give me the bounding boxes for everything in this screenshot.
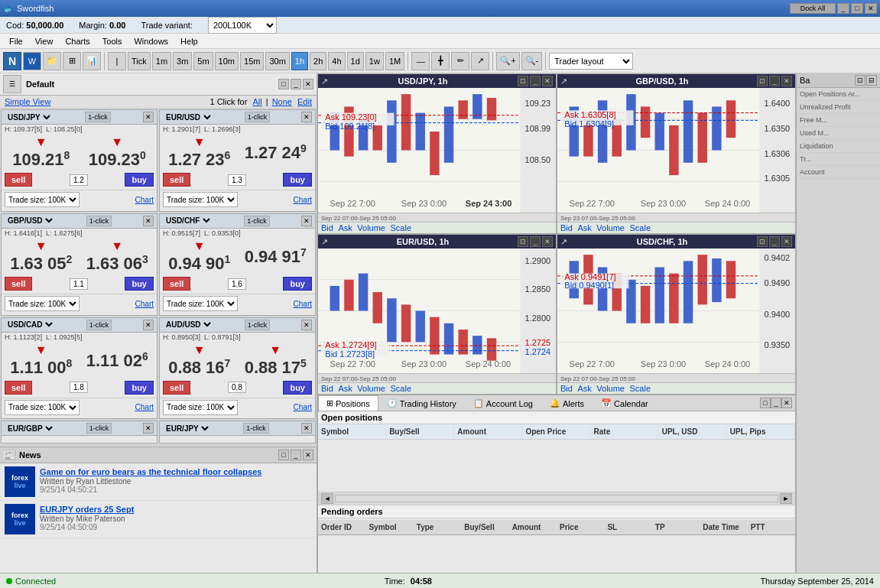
simple-view-link[interactable]: Simple View [5,97,50,106]
chart-close-usdjpy[interactable]: ✕ [542,76,553,86]
ask-link-usdchf[interactable]: Ask [577,384,591,393]
tf-1M[interactable]: 1M [385,52,404,70]
chart-detach-eurusd[interactable]: ⊡ [518,236,528,247]
buy-button-usdchf[interactable]: buy [283,277,312,291]
pair-close-eurgbp[interactable]: ✕ [143,423,154,434]
pair-name-select-gbpusd[interactable]: GBP/USD [5,216,55,226]
pair-name-select-usdchf[interactable]: USD/CHF [163,216,213,226]
one-click-btn-gbpusd[interactable]: 1-click [86,216,112,226]
news-expand-button[interactable]: □ [278,450,289,460]
tf-5m[interactable]: 5m [193,52,213,70]
chart-scrollbar-usdjpy[interactable]: Sep 22 07:00-Sep 25 05:00 [318,213,556,222]
buy-button-audusd[interactable]: buy [283,381,312,395]
folder-button[interactable]: 📁 [43,52,61,70]
cross-tool[interactable]: ╋ [431,52,450,70]
tf-15m[interactable]: 15m [240,52,264,70]
one-click-btn-usdcad[interactable]: 1-click [86,320,112,330]
pair-close-usdcad[interactable]: ✕ [143,320,154,330]
zoom-out-button[interactable]: 🔍- [521,52,543,70]
none-link[interactable]: None [272,97,292,106]
news-minimize-button[interactable]: _ [291,450,301,460]
bid-link-gbpusd[interactable]: Bid [560,223,573,232]
tf-10m[interactable]: 10m [215,52,239,70]
scale-link-gbpusd[interactable]: Scale [630,223,651,232]
tf-1m[interactable]: 1m [152,52,171,70]
bid-link-usdchf[interactable]: Bid [560,384,573,393]
tab-positions[interactable]: ⊞ Positions [318,395,378,411]
tab-calendar[interactable]: 📅 Calendar [593,395,657,411]
trade-variant-select[interactable]: 200L100K [208,17,277,34]
pair-name-select-usdcad[interactable]: USD/CAD [5,320,55,330]
pair-name-select-eurjpy[interactable]: EUR/JPY [163,424,211,434]
chart-link-eurusd[interactable]: Chart [294,196,312,204]
chart-detach-usdjpy[interactable]: ⊡ [518,76,528,86]
bid-link-usdjpy[interactable]: Bid [321,223,333,232]
sell-button-usdchf[interactable]: sell [163,277,190,291]
scroll-area[interactable]: ◄ ► [318,492,795,505]
chart-type-button[interactable]: 📊 [83,52,101,70]
buy-button-usdjpy[interactable]: buy [125,173,154,187]
pair-close-eurusd[interactable]: ✕ [301,112,312,122]
one-click-btn-eurjpy[interactable]: 1-click [243,423,269,434]
tf-1w[interactable]: 1w [365,52,384,70]
trade-size-select-usdchf[interactable]: Trade size: 100K [163,296,238,311]
sell-button-usdcad[interactable]: sell [5,381,32,395]
news-item-2[interactable]: forex live EURJPY orders 25 Sept Written… [0,501,317,538]
tf-1h[interactable]: 1h [291,52,308,70]
tf-1d[interactable]: 1d [347,52,364,70]
chart-link-audusd[interactable]: Chart [294,403,312,411]
arrow-tool[interactable]: ↗ [471,52,489,70]
pair-name-select-usdjpy[interactable]: USD/JPY [5,112,53,122]
panel-expand-button[interactable]: □ [278,79,289,89]
trading-panel-min[interactable]: _ [771,398,781,408]
one-click-btn-eurusd[interactable]: 1-click [245,112,271,122]
news-close-button[interactable]: ✕ [303,450,313,460]
volume-link-eurusd[interactable]: Volume [357,384,385,393]
tab-account-log[interactable]: 📋 Account Log [465,395,541,411]
volume-link-usdchf[interactable]: Volume [596,384,625,393]
scroll-left-button[interactable]: ◄ [321,493,333,504]
chart-link-usdcad[interactable]: Chart [135,403,154,411]
one-click-btn-audusd[interactable]: 1-click [245,320,271,330]
pair-close-audusd[interactable]: ✕ [301,320,312,330]
tab-trading-history[interactable]: 🕐 Trading History [378,395,465,411]
chart-scrollbar-gbpusd[interactable]: Sep 23 07:00-Sep 25 05:00 [557,213,795,222]
chart-body-usdjpy[interactable]: 109.23 108.99 108.50 Ask 109.23[0] Bid 1… [318,88,556,213]
buy-button-usdcad[interactable]: buy [125,381,154,395]
chart-min-eurusd[interactable]: _ [530,236,541,247]
one-click-btn-usdchf[interactable]: 1-click [244,216,270,226]
panel-minimize-button[interactable]: _ [291,79,301,89]
tf-4h[interactable]: 4h [328,52,345,70]
grid-button[interactable]: ⊞ [63,52,81,70]
account-panel-btn1[interactable]: ⊡ [855,75,865,86]
menu-tools[interactable]: Tools [96,35,128,47]
menu-charts[interactable]: Charts [59,35,96,47]
edit-link[interactable]: Edit [297,97,312,106]
chart-detach-gbpusd[interactable]: ⊡ [757,76,768,86]
pair-name-select-audusd[interactable]: AUD/USD [163,320,213,330]
ask-link-gbpusd[interactable]: Ask [577,223,591,232]
tab-alerts[interactable]: 🔔 Alerts [541,395,593,411]
trading-panel-close[interactable]: ✕ [781,398,792,408]
one-click-btn-eurgbp[interactable]: 1-click [86,423,112,434]
trade-size-select-audusd[interactable]: Trade size: 100K [163,400,238,415]
menu-file[interactable]: File [3,35,29,47]
maximize-button[interactable]: □ [851,3,863,14]
chart-body-eurusd[interactable]: 1.2900 1.2850 1.2800 1.2725 1.2724 Ask 1… [318,249,556,373]
pen-tool[interactable]: ✏ [451,52,469,70]
tf-3m[interactable]: 3m [173,52,192,70]
chart-min-usdchf[interactable]: _ [769,236,780,247]
chart-body-gbpusd[interactable]: 1.6400 1.6350 1.6306 1.6305 Ask 1.6305[8… [557,88,795,213]
chart-body-usdchf-chart[interactable]: 0.9402 0.9490 0.9400 0.9350 Ask 0.9491[7… [557,249,795,373]
pair-name-select-eurgbp[interactable]: EUR/GBP [5,424,55,434]
ask-link-usdjpy[interactable]: Ask [338,223,352,232]
trade-size-select-usdcad[interactable]: Trade size: 100K [5,400,80,415]
volume-link-usdjpy[interactable]: Volume [357,223,385,232]
chart-close-eurusd[interactable]: ✕ [542,236,553,247]
chart-link-usdjpy[interactable]: Chart [135,196,154,204]
chart-close-usdchf[interactable]: ✕ [781,236,792,247]
chart-link-gbpusd[interactable]: Chart [135,300,154,308]
tf-2h[interactable]: 2h [310,52,326,70]
positions-scroll[interactable] [318,440,795,492]
menu-help[interactable]: Help [174,35,204,47]
